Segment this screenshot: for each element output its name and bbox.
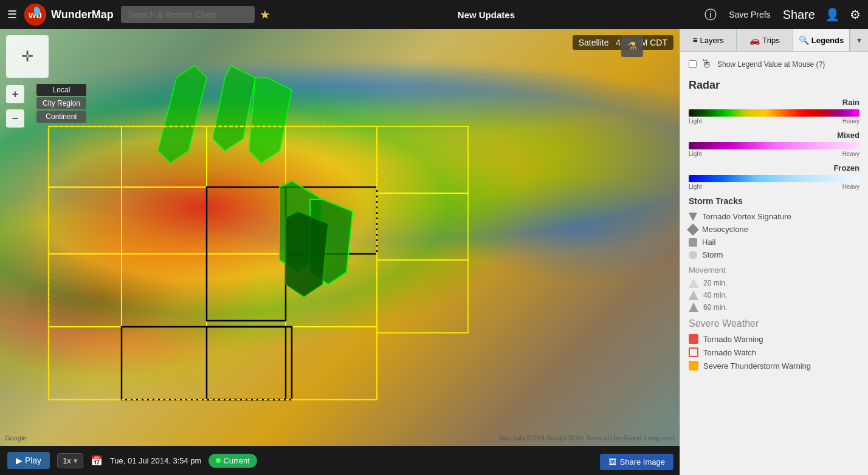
storm-tracks-title: Storm Tracks (689, 196, 859, 206)
app-title: WunderMap (51, 9, 114, 21)
radar-overlay (0, 29, 680, 475)
trips-icon: 🚗 (749, 35, 760, 45)
speed-dropdown-icon[interactable]: ▾ (74, 456, 78, 465)
storm-icon (689, 251, 697, 259)
show-legend-row: 🖱 Show Legend Value at Mouse (?) (689, 58, 859, 70)
share-image-button[interactable]: 🖼 Share Image (600, 454, 673, 470)
show-legend-checkbox[interactable] (689, 60, 697, 68)
severe-ts-warning-swatch (689, 361, 698, 371)
frozen-heavy-label: Heavy (842, 183, 859, 190)
satellite-label: Satellite (579, 38, 609, 47)
mixed-heavy-label: Heavy (842, 151, 859, 157)
tornado-warning-label: Tornado Warning (703, 335, 763, 344)
city-region-button[interactable]: City Region (36, 97, 86, 109)
tornado-watch-swatch (689, 347, 698, 357)
movement-60-item: 60 min. (689, 302, 859, 312)
frozen-label: Frozen (689, 163, 859, 173)
tab-layers[interactable]: ≡ Layers (680, 29, 737, 51)
mixed-bar-labels: Light Heavy (689, 151, 859, 157)
movement-title: Movement (689, 265, 859, 275)
tab-legends[interactable]: 🔍 Legends (793, 29, 850, 51)
movement-section: Movement 20 min. 40 min. 60 min. (689, 265, 859, 312)
frozen-bar-row: Frozen Light Heavy (689, 163, 859, 190)
current-dot-icon (216, 458, 221, 463)
tab-trips-label: Trips (762, 36, 779, 45)
legend-content: 🖱 Show Legend Value at Mouse (?) Radar R… (680, 52, 868, 475)
continent-button[interactable]: Continent (36, 111, 86, 123)
tornado-warning-item: Tornado Warning (689, 334, 859, 344)
share-image-icon: 🖼 (608, 457, 616, 466)
severe-weather-title: Severe Weather (689, 318, 859, 329)
rain-heavy-label: Heavy (842, 118, 859, 125)
pan-control[interactable]: ✛ (6, 35, 49, 78)
hail-label: Hail (702, 237, 715, 247)
tornado-watch-label: Tornado Watch (703, 348, 756, 357)
movement-20-item: 20 min. (689, 278, 859, 288)
mixed-label: Mixed (689, 131, 859, 140)
rain-light-label: Light (689, 118, 702, 125)
menu-icon[interactable]: ☰ (5, 5, 19, 24)
filter-button[interactable]: ⚗ (621, 35, 643, 57)
movement-40-arrow (689, 290, 698, 300)
share-image-label: Share Image (620, 457, 665, 466)
tornado-warning-swatch (689, 334, 698, 344)
zoom-in-button[interactable]: + (6, 85, 24, 103)
severe-ts-warning-item: Severe Thunderstorm Warning (689, 361, 859, 371)
tab-legends-label: Legends (811, 36, 844, 45)
map-area[interactable]: ✛ + − Local City Region Continent Satell… (0, 29, 680, 475)
local-button[interactable]: Local (36, 84, 86, 96)
movement-40-item: 40 min. (689, 290, 859, 300)
legends-icon: 🔍 (799, 35, 809, 45)
search-input[interactable] (121, 6, 255, 23)
movement-40-label: 40 min. (703, 291, 727, 299)
mixed-color-bar (689, 142, 859, 149)
tvs-label: Tornado Vortex Signature (702, 212, 791, 221)
speed-label: 1x (63, 456, 71, 465)
movement-20-label: 20 min. (703, 279, 727, 287)
save-prefs-button[interactable]: Save Prefs (724, 7, 775, 22)
speed-control[interactable]: 1x ▾ (57, 453, 83, 468)
tab-trips[interactable]: 🚗 Trips (737, 29, 793, 51)
movement-60-label: 60 min. (703, 303, 727, 312)
frozen-bar-labels: Light Heavy (689, 183, 859, 190)
tvs-item: Tornado Vortex Signature (689, 212, 859, 221)
movement-60-arrow (689, 302, 698, 312)
rain-bar-row: Rain Light Heavy (689, 98, 859, 125)
severe-ts-warning-label: Severe Thunderstorm Warning (703, 361, 811, 371)
share-button[interactable]: Share (780, 5, 818, 24)
panel-tabs: ≡ Layers 🚗 Trips 🔍 Legends ▾ (680, 29, 868, 52)
frozen-light-label: Light (689, 183, 702, 190)
tvs-icon (689, 213, 697, 221)
frozen-color-bar (689, 175, 859, 182)
radar-section-title: Radar (689, 79, 859, 92)
app-header: ☰ wu WunderMap ★ New Updates ⓘ Save Pref… (0, 0, 868, 29)
rain-label: Rain (689, 98, 859, 107)
movement-20-arrow (689, 278, 698, 288)
show-legend-label: Show Legend Value at Mouse (?) (717, 60, 825, 69)
current-button[interactable]: Current (208, 454, 257, 468)
tab-layers-label: Layers (700, 36, 724, 45)
right-panel: ≡ Layers 🚗 Trips 🔍 Legends ▾ 🖱 Show Lege… (680, 29, 868, 475)
calendar-icon: 📅 (91, 455, 103, 466)
storm-item: Storm (689, 250, 859, 259)
panel-dropdown-button[interactable]: ▾ (850, 29, 868, 51)
rain-bar-labels: Light Heavy (689, 118, 859, 125)
severe-weather-section: Severe Weather Tornado Warning Tornado W… (689, 318, 859, 371)
meso-icon (687, 224, 699, 236)
storm-tracks-section: Storm Tracks Tornado Vortex Signature Me… (689, 196, 859, 259)
hail-item: Hail (689, 237, 859, 247)
mixed-light-label: Light (689, 151, 702, 157)
settings-icon[interactable]: ⚙ (847, 5, 863, 24)
storm-label: Storm (702, 250, 723, 259)
bottom-bar: ▶ Play 1x ▾ 📅 Tue, 01 Jul 2014, 3:54 pm … (0, 446, 680, 475)
zoom-out-button[interactable]: − (6, 109, 24, 128)
info-icon[interactable]: ⓘ (702, 4, 719, 26)
favorites-icon[interactable]: ★ (260, 7, 270, 22)
layers-icon: ≡ (692, 35, 697, 45)
google-watermark: Google (5, 434, 26, 442)
play-button[interactable]: ▶ Play (7, 452, 50, 469)
profile-icon[interactable]: 👤 (822, 5, 842, 24)
rain-color-bar (689, 109, 859, 117)
map-data-attribution: Map data ©2014 Google 20 km Terms of Use… (500, 435, 675, 442)
current-label: Current (223, 456, 249, 465)
